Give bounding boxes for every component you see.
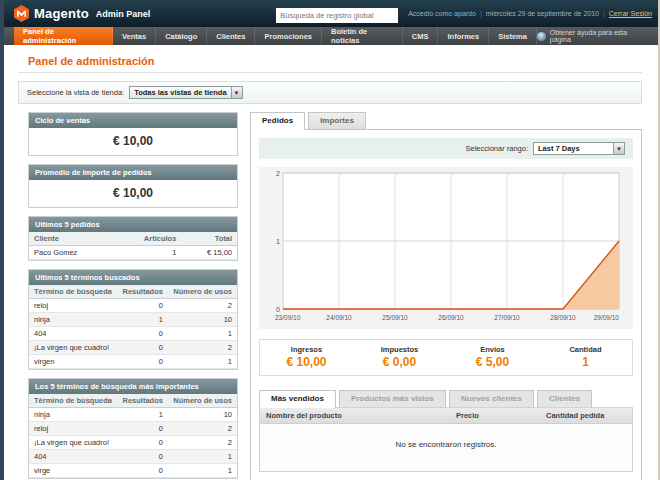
column-header-resultados: Resultados [117,285,168,299]
total-value: € 5,00 [446,355,539,369]
tab-importes[interactable]: Importes [308,112,366,129]
total-cantidad: Cantidad1 [539,345,632,369]
logged-in-as: Accedió como apardo [408,10,476,17]
table-header-row: ClienteArticulosTotal [29,232,237,246]
tab-clientes[interactable]: Clientes [537,390,592,407]
last-orders-title: Ultimos 5 pedidos [29,217,237,232]
tab-mas-vendidos[interactable]: Más vendidos [259,390,336,408]
nav-item-promociones[interactable]: Promociones [255,27,322,45]
magento-logo-icon [14,5,29,22]
content-area: Panel de administración Seleccione la vi… [0,45,660,480]
cell-term: reloj [29,299,117,313]
cell-value: 2 [168,341,237,355]
nav-item-sistema[interactable]: Sistema [489,27,537,45]
table-row: reloj02 [29,422,237,436]
range-value: Last 7 Days [534,144,584,153]
total-value: € 10,00 [260,355,353,369]
table-row: virge01 [29,464,237,478]
totals-bar: Ingresos€ 10,00Impuestos€ 0,00Envios€ 5,… [259,339,633,376]
top-search-terms-box: Los 5 términos de búsqueda más important… [28,378,238,479]
cell-value: 1 [168,450,237,464]
dashboard-main: PedidosImportes Seleccionar rango: Last … [250,112,642,480]
global-search-input[interactable] [276,8,398,23]
nav-item-ventas[interactable]: Ventas [113,27,156,45]
cell-term: reloj [29,422,117,436]
nav-item-panel-de-administracion[interactable]: Panel de administración [14,27,113,45]
title-divider [18,72,642,73]
svg-text:23/09/10: 23/09/10 [275,314,301,321]
tab-nuevos-clientes[interactable]: Nuevos clientes [449,390,534,407]
total-envios: Envios€ 5,00 [446,345,539,369]
total-ingresos: Ingresos€ 10,00 [260,345,353,369]
cell-value: 0 [117,355,168,369]
sidebar: Ciclo de ventas € 10,00 Promedio de impo… [28,112,238,480]
lifetime-sales-box: Ciclo de ventas € 10,00 [28,112,238,156]
column-header-numero-de-usos: Número de usos [168,285,237,299]
svg-text:0: 0 [276,306,280,313]
last-search-terms-title: Ultimos 5 términos buscados [29,270,237,285]
cell-term: virge [29,464,117,478]
column-header-numero-de-usos: Número de usos [168,394,237,408]
table-row: reloj02 [29,299,237,313]
cell-value: 2 [168,422,237,436]
range-label: Seleccionar rango: [465,144,528,153]
column-header-articulos: Articulos [114,232,182,246]
chart-panel: Seleccionar rango: Last 7 Days ▼ 01223/0… [250,129,642,480]
nav-item-informes[interactable]: Informes [438,27,489,45]
logo-text: Magento [34,6,89,21]
table-row: ¡La virgen que cuadro!02 [29,341,237,355]
average-orders-box: Promedio de importe de pedidos € 10,00 [28,164,238,208]
page-left-border [0,0,4,480]
range-select[interactable]: Last 7 Days ▼ [533,142,625,155]
cell-value: 1 [117,313,168,327]
cell-value: € 15,00 [181,246,237,260]
store-view-select[interactable]: Todas las vistas de tienda ▼ [129,86,242,99]
chart-tabs: PedidosImportes [250,112,642,129]
header-user-info: Accedió como apardo | miércoles 29 de se… [408,10,652,17]
help-label: Obtener ayuda para esta página [550,29,648,43]
cell-value: 0 [117,436,168,450]
last-search-terms-box: Ultimos 5 términos buscados Término de b… [28,269,238,370]
dropdown-arrow-icon: ▼ [613,143,624,154]
total-label: Ingresos [260,345,353,354]
top-search-terms-title: Los 5 términos de búsqueda más important… [29,379,237,394]
nav-item-clientes[interactable]: Clientes [207,27,255,45]
grid-empty-message: No se encontraron registros. [260,424,632,471]
svg-text:2: 2 [276,170,280,177]
store-view-label: Seleccione la vista de tienda: [27,88,124,97]
help-link[interactable]: ? Obtener ayuda para esta página [537,27,660,45]
cell-value: 10 [168,408,237,422]
table-row: ninja110 [29,408,237,422]
cell-term: ninja [29,313,117,327]
svg-text:26/09/10: 26/09/10 [438,314,464,321]
logout-link[interactable]: Cerrar Sesión [609,10,652,17]
nav-item-boletin-de-noticias[interactable]: Boletín de noticias [322,27,403,45]
cell-term: ninja [29,408,117,422]
svg-text:28/09/10: 28/09/10 [550,314,576,321]
column-header-cliente: Cliente [29,232,114,246]
column-header-termino-de-busqueda: Término de búsqueda [29,394,117,408]
cell-value: 0 [117,450,168,464]
last-orders-box: Ultimos 5 pedidos ClienteArticulosTotalP… [28,216,238,261]
cell-term: virgen [29,355,117,369]
cell-value: 1 [114,246,182,260]
grid-column-nombre-del-producto: Nombre del producto [260,408,450,423]
cell-value: 1 [117,408,168,422]
help-icon: ? [537,32,546,41]
nav-item-cms[interactable]: CMS [403,27,439,45]
tab-pedidos[interactable]: Pedidos [250,112,305,130]
svg-text:25/09/10: 25/09/10 [382,314,408,321]
grid-column-cantidad-pedida: Cantidad pedida [540,408,632,423]
logo-subtext: Admin Panel [96,9,151,19]
last-orders-table: ClienteArticulosTotalPaco Gomez1€ 15,00 [29,232,237,260]
last-search-terms-table: Término de búsquedaResultadosNúmero de u… [29,285,237,369]
column-header-resultados: Resultados [117,394,168,408]
svg-text:24/09/10: 24/09/10 [326,314,352,321]
tab-productos-mas-vistos[interactable]: Productos más vistos [339,390,446,407]
bestsellers-grid: Nombre del productoPrecioCantidad pedida… [259,407,633,472]
nav-item-catalogo[interactable]: Catálogo [156,27,207,45]
cell-value: 1 [168,355,237,369]
report-tabs: Más vendidosProductos más vistosNuevos c… [259,390,633,407]
table-row: 40401 [29,327,237,341]
cell-value: 0 [117,464,168,478]
